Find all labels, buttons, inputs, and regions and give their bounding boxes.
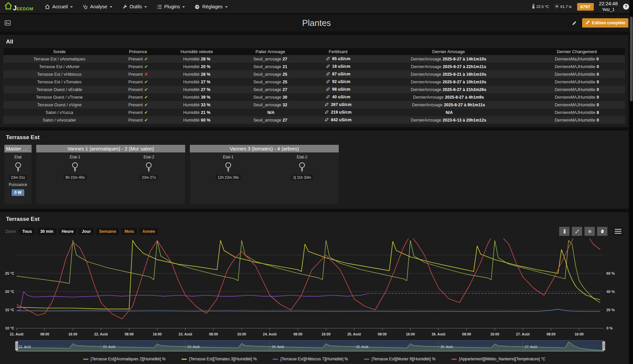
menu-icon — [615, 233, 621, 234]
navigator-handle-right[interactable] — [602, 341, 605, 350]
all-panel: All SondePrésenceHumidité relevéePalier … — [0, 35, 628, 127]
state-label: Etat-1 — [223, 155, 233, 159]
bulb-icon[interactable] — [71, 162, 79, 172]
arrosage-label: DernierArrosage — [411, 80, 442, 84]
cross-icon: ✘ — [144, 72, 148, 77]
page-scrollbar[interactable] — [630, 0, 633, 364]
x-axis-label: 08:00 — [294, 332, 303, 336]
legend-item[interactable]: [Terrasse Est][Hibiscus 7][Humidité] % — [273, 357, 348, 361]
full-edit-button[interactable]: Edition complète — [582, 18, 628, 28]
chevron-down-icon — [182, 6, 185, 8]
zoom-button-tous[interactable]: Tous — [19, 228, 35, 235]
y-axis-right-label: 0 % — [606, 326, 613, 330]
state-duration: 8h 22m 40s — [63, 175, 86, 180]
humidity-cell: Humidité28 % — [161, 70, 233, 78]
menu-item-3[interactable]: Plugins — [152, 0, 190, 13]
changement-value: 0 — [597, 118, 599, 123]
x-axis-label: 23. Août — [179, 332, 192, 336]
jeedom-logo[interactable]: JEEDOM — [4, 2, 33, 12]
leaf-icon — [324, 118, 329, 123]
arrosage-value: N/A — [445, 110, 453, 115]
state-label: Etat-2 — [144, 155, 154, 159]
clock-user-block[interactable]: 22:24:48 Yetz_1 — [599, 1, 618, 12]
top-navbar: JEEDOM AccueilAnalyseOutilsPluginsRéglag… — [0, 0, 633, 14]
chevron-down-icon — [225, 6, 228, 8]
chart-plot[interactable]: 25 °C20 °C15 °C10 °C60 %40 %20 %0 %21. A… — [5, 238, 624, 339]
changement-value: 8 — [597, 110, 599, 115]
hand-button[interactable] — [597, 227, 607, 236]
legend-item[interactable]: [Terrasse Est][Tomates 3][Humidité] % — [182, 357, 257, 361]
image-icon[interactable] — [5, 20, 11, 26]
check-icon: ✔ — [144, 80, 148, 84]
humidity-cell: Humidité28 % — [161, 55, 233, 63]
x-axis-label: 08:00 — [378, 332, 387, 336]
arrosage-value: 2025-8-27 à 22h1m11s — [443, 64, 486, 69]
zoom-button-semaine[interactable]: Semaine — [96, 228, 119, 235]
palier-value: N/A — [267, 110, 275, 115]
asterisk-button[interactable] — [584, 227, 595, 236]
navbar-right: 22.5 °C 61.7 lx 6797 22:24:48 Yetz_1 ? — [532, 1, 629, 12]
legend-item[interactable]: [Terrasse Est][Murier 9][Humidité] % — [364, 357, 436, 361]
leaf-icon — [326, 57, 330, 62]
menu-label: Plugins — [164, 4, 180, 9]
sonde-cell: Terrasse Ouest / vTroene — [3, 93, 115, 101]
y-axis-right-label: 20 % — [606, 308, 615, 312]
arrosage-label: DernierArrosage — [411, 64, 442, 69]
table-row: Terrasse Est / vAromatiquesPresent✔Humid… — [3, 55, 625, 63]
column-header: Présence — [115, 48, 161, 55]
menu-item-4[interactable]: Réglages — [190, 0, 232, 13]
valve-card-title: Master Va… — [4, 145, 32, 152]
x-axis-label: 16:00 — [68, 332, 77, 336]
chart-navigator[interactable]: 21. Août22. Août23. Août24. Août25. Août… — [5, 340, 624, 352]
x-axis-label: 27. Août — [516, 332, 530, 336]
question-icon[interactable]: ? — [623, 4, 629, 10]
y-axis-left-label: 25 °C — [5, 271, 14, 275]
presence-label: Present — [128, 80, 143, 84]
plants-table: SondePrésenceHumidité relevéePalier Arro… — [3, 48, 625, 124]
menu-item-0[interactable]: Accueil — [40, 0, 78, 13]
notification-count-badge[interactable]: 6797 — [577, 3, 594, 11]
zoom-button-heure[interactable]: Heure — [59, 228, 76, 235]
palier-label: Seuil_arrosage — [253, 87, 281, 92]
legend-swatch — [451, 359, 457, 360]
presence-cell: Present✔ — [115, 63, 161, 70]
x-axis-label: 08:00 — [40, 332, 49, 336]
changement-label: DerniereMAJHumidite — [555, 95, 595, 100]
bulb-icon[interactable] — [145, 162, 153, 172]
legend-item[interactable]: [Appartement][Météo_Nanterre][Températur… — [451, 357, 546, 361]
humidity-label: Humidité — [183, 72, 199, 77]
y-axis-right-label: 60 % — [606, 271, 615, 275]
column-header: Dernier Changement — [529, 48, 625, 55]
humidity-label: Humidité — [183, 57, 199, 61]
bulb-icon[interactable] — [14, 162, 22, 172]
fertilisant-value: 267 uS/cm — [331, 102, 351, 107]
palier-value: 25 — [283, 72, 287, 77]
zoom-button-année[interactable]: Année — [139, 228, 158, 235]
chart-export-menu-button[interactable] — [613, 227, 623, 236]
zoom-button-mois[interactable]: Mois — [121, 228, 137, 235]
legend-item[interactable]: [Terrasse Est][Aromatiques 2][Humidité] … — [83, 357, 166, 361]
changement-value: 0 — [597, 72, 599, 77]
series-line-1 — [17, 240, 600, 309]
palier-label: Seuil_arrosage — [253, 64, 281, 69]
menu-label: Accueil — [52, 4, 68, 9]
zoom-button-30min[interactable]: 30 min — [37, 228, 57, 235]
humidity-value: 27 % — [201, 87, 210, 92]
menu-item-1[interactable]: Analyse — [78, 0, 117, 13]
bulb-icon[interactable] — [224, 162, 232, 172]
check-icon: ✔ — [144, 87, 148, 92]
humidity-label: Humidité — [183, 64, 199, 69]
menu-item-2[interactable]: Outils — [117, 0, 152, 13]
compress-button[interactable] — [572, 227, 582, 236]
zoom-button-jour[interactable]: Jour — [79, 228, 94, 235]
page-scrollbar-thumb[interactable] — [630, 17, 633, 101]
navigator-handle-left[interactable] — [15, 341, 18, 350]
palier-cell: Seuil_arrosage27 — [233, 116, 308, 124]
y-axis-left-label: 15 °C — [5, 308, 14, 312]
arrosage-label: DernierArrosage — [413, 95, 444, 100]
bulb-icon[interactable] — [298, 162, 306, 172]
ruler-button[interactable] — [559, 227, 570, 236]
all-section-title: All — [3, 36, 625, 48]
legend-swatch — [364, 359, 369, 360]
pencil-icon[interactable] — [572, 21, 577, 26]
